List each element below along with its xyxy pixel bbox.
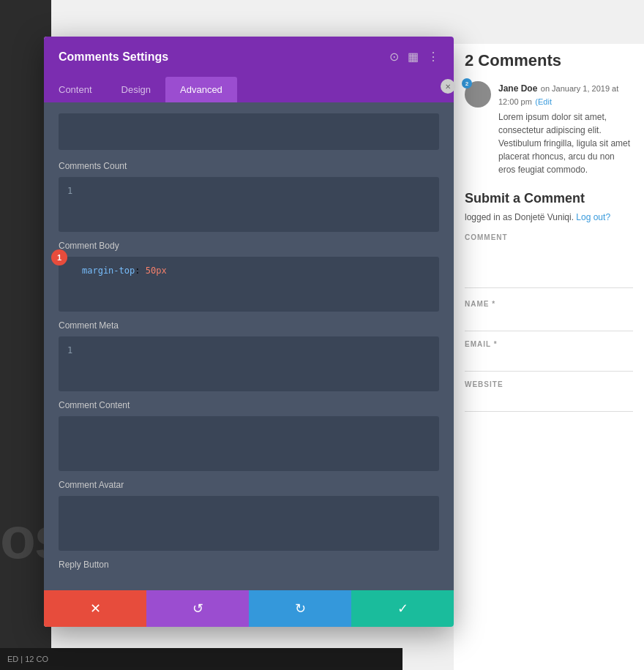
- submit-comment-section: Submit a Comment logged in as Donjetë Vu…: [465, 191, 633, 412]
- modal-footer: ✕ ↺ ↻ ✓: [44, 590, 454, 627]
- email-field-label: EMAIL *: [465, 340, 633, 348]
- submit-title: Submit a Comment: [465, 191, 633, 206]
- email-input[interactable]: [465, 351, 633, 372]
- comment-avatar-section: [59, 496, 439, 551]
- code-line: margin-top: 50px: [67, 266, 430, 276]
- blog-content-panel: 2 Comments 2 Jane Doe on January 1, 2019…: [454, 44, 644, 670]
- avatar-badge: 2: [462, 78, 472, 89]
- undo-button[interactable]: ↺: [146, 590, 249, 627]
- tab-advanced[interactable]: Advanced: [165, 77, 237, 102]
- modal-close-badge[interactable]: ✕: [441, 79, 455, 94]
- comments-settings-modal: Comments Settings ⊙ ▦ ⋮ Content Design A…: [44, 37, 454, 627]
- modal-tabs: Content Design Advanced: [44, 77, 454, 102]
- website-input[interactable]: [465, 391, 633, 412]
- comment-meta-section: 1: [59, 336, 439, 391]
- comment-meta-label: Comment Meta: [59, 320, 439, 331]
- comment-body-label: Comment Body: [59, 241, 439, 251]
- comment-author: Jane Doe: [498, 83, 537, 94]
- comment-text: Lorem ipsum dolor sit amet, consectetur …: [498, 110, 633, 176]
- line-number: 1: [67, 186, 72, 196]
- redo-button[interactable]: ↻: [249, 590, 351, 627]
- comments-title: 2 Comments: [465, 51, 633, 70]
- comment-field-label: COMMENT: [465, 233, 633, 241]
- error-badge: 1: [51, 249, 67, 266]
- avatar: 2: [465, 81, 491, 108]
- top-code-area[interactable]: [59, 113, 439, 150]
- tab-content[interactable]: Content: [44, 77, 107, 102]
- save-icon: ✓: [397, 601, 408, 617]
- target-icon[interactable]: ⊙: [389, 50, 399, 64]
- tab-design[interactable]: Design: [107, 77, 165, 102]
- comments-count-section: 1: [59, 177, 439, 232]
- modal-title: Comments Settings: [59, 50, 168, 64]
- redo-icon: ↻: [295, 601, 306, 617]
- css-property: margin-top: [82, 266, 135, 276]
- bottom-bar-text: ED | 12 CO: [7, 655, 48, 663]
- comments-count-label: Comments Count: [59, 161, 439, 171]
- comment-avatar-label: Comment Avatar: [59, 480, 439, 490]
- name-input[interactable]: [465, 311, 633, 331]
- comment-textarea[interactable]: [465, 244, 633, 288]
- comments-count-editor[interactable]: 1: [59, 177, 439, 232]
- more-options-icon[interactable]: ⋮: [427, 50, 439, 64]
- comment-edit-link[interactable]: (Edit: [535, 97, 552, 106]
- modal-header: Comments Settings ⊙ ▦ ⋮: [44, 37, 454, 77]
- logged-in-text: logged in as Donjetë Vuniqi. Log out?: [465, 212, 633, 222]
- save-button[interactable]: ✓: [351, 590, 454, 627]
- css-value: 50px: [146, 266, 167, 276]
- reply-button-label: Reply Button: [59, 560, 439, 570]
- undo-icon: ↺: [192, 601, 203, 617]
- comment-meta-editor[interactable]: 1: [59, 336, 439, 391]
- cancel-button[interactable]: ✕: [44, 590, 146, 627]
- comment-content-label: Comment Content: [59, 400, 439, 410]
- logout-link[interactable]: Log out?: [576, 212, 610, 222]
- comment-item: 2 Jane Doe on January 1, 2019 at 12:00 p…: [465, 81, 633, 176]
- comment-body-section: Jane Doe on January 1, 2019 at 12:00 pm …: [498, 81, 633, 176]
- name-field-label: NAME *: [465, 300, 633, 308]
- comment-content-section: [59, 416, 439, 471]
- bottom-bar: ED | 12 CO: [0, 648, 402, 670]
- website-field-label: WEBSITE: [465, 380, 633, 388]
- cancel-icon: ✕: [90, 601, 101, 617]
- modal-body: Comments Count 1 Comment Body 1 margin-t…: [44, 102, 454, 590]
- comment-body-section: 1 margin-top: 50px: [59, 257, 439, 312]
- colon: :: [135, 266, 145, 276]
- modal-header-icons: ⊙ ▦ ⋮: [389, 50, 439, 64]
- comment-body-editor[interactable]: 1 margin-top: 50px: [59, 257, 439, 312]
- line-number-meta: 1: [67, 345, 72, 355]
- comment-avatar-editor[interactable]: [59, 496, 439, 551]
- columns-icon[interactable]: ▦: [408, 50, 419, 64]
- comment-content-editor[interactable]: [59, 416, 439, 471]
